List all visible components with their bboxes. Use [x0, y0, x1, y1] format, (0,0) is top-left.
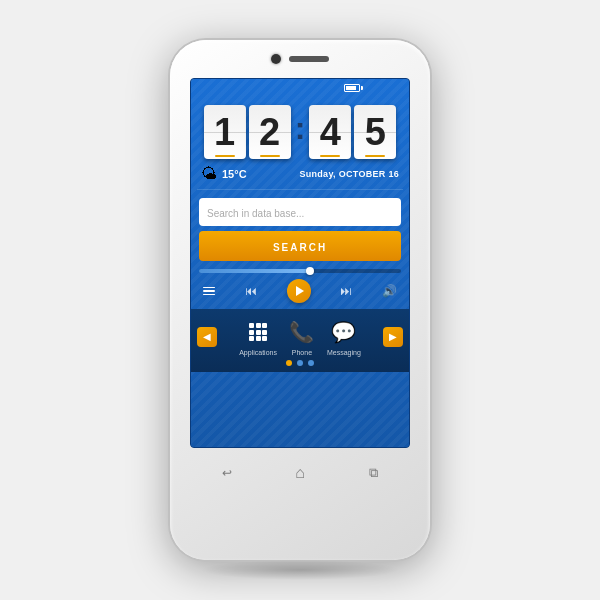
speaker: [289, 56, 329, 62]
battery-icon: [344, 84, 360, 92]
clock-minutes: 4 5: [309, 105, 396, 159]
clock-digit-2: 2: [249, 105, 291, 159]
recent-button[interactable]: ⧉: [359, 459, 387, 487]
right-arrow-icon: ▶: [389, 331, 397, 342]
search-button-label: SEARCH: [273, 242, 327, 253]
progress-bar[interactable]: [199, 269, 401, 273]
date-display: Sunday, OCTOBER 16: [299, 169, 399, 179]
rewind-button[interactable]: ⏮: [245, 284, 257, 298]
phone-top-bar: [170, 40, 430, 78]
clock-hours: 1 2: [204, 105, 291, 159]
search-input-container[interactable]: Search in data base...: [199, 198, 401, 226]
back-button[interactable]: ↩: [213, 459, 241, 487]
flip-bar: [215, 155, 235, 157]
menu-icon[interactable]: [203, 287, 215, 296]
screen: 12:53 AM 1 2 : 4: [190, 78, 410, 448]
dock-dots: [195, 360, 405, 366]
progress-knob[interactable]: [306, 267, 314, 275]
applications-label: Applications: [239, 349, 277, 356]
app-phone[interactable]: 📞 Phone: [287, 317, 317, 356]
flip-bar: [365, 155, 385, 157]
volume-icon[interactable]: 🔊: [382, 284, 397, 298]
clock-widget: 1 2 : 4 5: [191, 97, 409, 163]
clock-digit-3: 4: [309, 105, 351, 159]
clock-digit-4: 5: [354, 105, 396, 159]
dock-dot-3: [308, 360, 314, 366]
phone-bottom-nav: ↩ ⌂ ⧉: [170, 448, 430, 498]
media-controls: ⏮ ⏭ 🔊: [199, 279, 401, 303]
battery-fill: [346, 86, 357, 90]
dock-dot-1: [286, 360, 292, 366]
media-player: ⏮ ⏭ 🔊: [191, 265, 409, 307]
menu-line-1: [203, 287, 215, 289]
app-applications[interactable]: Applications: [239, 317, 277, 356]
grid-icon: [249, 323, 267, 341]
menu-line-2: [203, 290, 215, 292]
messaging-icon: 💬: [329, 317, 359, 347]
screen-content: 1 2 : 4 5: [191, 97, 409, 372]
recent-icon: ⧉: [369, 465, 378, 481]
phone-shadow: [200, 560, 400, 580]
messaging-label: Messaging: [327, 349, 361, 356]
flip-bar: [260, 155, 280, 157]
search-section: Search in data base... SEARCH: [191, 190, 409, 265]
home-icon: ⌂: [295, 464, 305, 482]
dock-left-arrow[interactable]: ◀: [197, 327, 217, 347]
dock-dot-2: [297, 360, 303, 366]
phone-device: 12:53 AM 1 2 : 4: [170, 40, 430, 560]
applications-icon: [243, 317, 273, 347]
weather-cloud-icon: 🌤: [201, 165, 217, 183]
dock-right-arrow[interactable]: ▶: [383, 327, 403, 347]
dock-top: ◀: [195, 317, 405, 356]
phone-label: Phone: [292, 349, 312, 356]
progress-fill: [199, 269, 310, 273]
camera: [271, 54, 281, 64]
dock-apps: Applications 📞 Phone 💬 Messaging: [239, 317, 361, 356]
play-button[interactable]: [287, 279, 311, 303]
weather-left: 🌤 15°C: [201, 165, 247, 183]
back-icon: ↩: [222, 466, 232, 480]
flip-bar: [320, 155, 340, 157]
search-button[interactable]: SEARCH: [199, 231, 401, 261]
menu-line-3: [203, 294, 215, 296]
clock-digit-1: 1: [204, 105, 246, 159]
search-placeholder: Search in data base...: [207, 208, 304, 219]
phone-icon: 📞: [287, 317, 317, 347]
left-arrow-icon: ◀: [203, 331, 211, 342]
app-messaging[interactable]: 💬 Messaging: [327, 317, 361, 356]
play-icon: [296, 286, 304, 296]
fast-forward-button[interactable]: ⏭: [340, 284, 352, 298]
weather-bar: 🌤 15°C Sunday, OCTOBER 16: [191, 163, 409, 189]
app-dock: ◀: [191, 309, 409, 372]
home-button[interactable]: ⌂: [286, 459, 314, 487]
temperature: 15°C: [222, 168, 247, 180]
clock-colon: :: [294, 110, 307, 147]
